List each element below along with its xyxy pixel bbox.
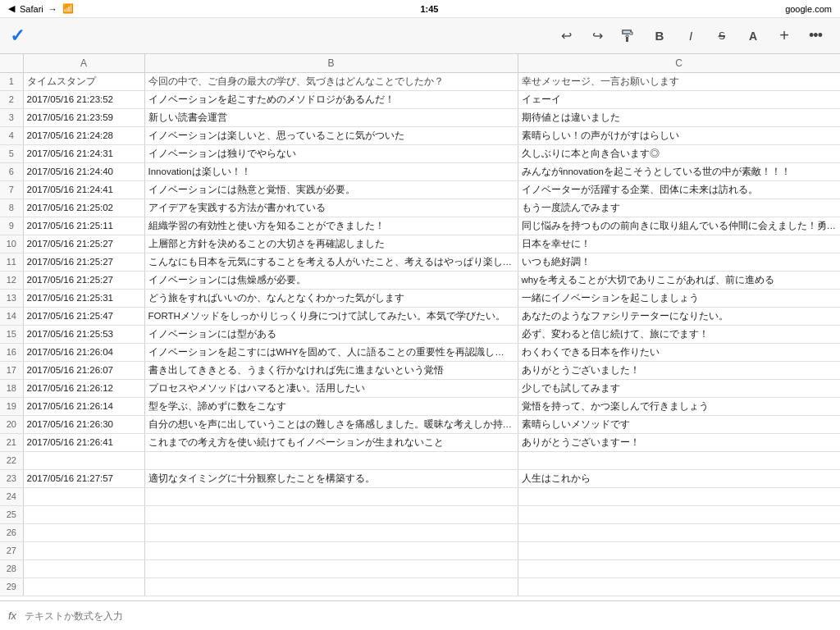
cell-b-18[interactable]: 型を学ぶ、諦めずに数をこなす [144,397,518,415]
cell-c-13[interactable]: あなたのようなファシリテーターになりたい。 [518,307,840,325]
undo-button[interactable]: ↩ [551,21,581,51]
cell-c-1[interactable]: イェーイ [518,90,840,108]
bold-button[interactable]: B [645,21,674,51]
cell-a-22[interactable]: 2017/05/16 21:27:57 [23,469,144,487]
cell-c-11[interactable]: whyを考えることが大切でありここがあれば、前に進める [518,271,840,289]
cell-c-19[interactable]: 素晴らしいメソッドです [518,415,840,433]
redo-button[interactable]: ↪ [582,21,612,51]
cell-a-11[interactable]: 2017/05/16 21:25:27 [23,271,144,289]
col-c-header[interactable]: C [518,54,840,72]
cell-c-17[interactable]: 少しでも試してみます [518,379,840,397]
cell-c-22[interactable]: 人生はこれから [518,469,840,487]
cell-a-24[interactable] [23,505,144,523]
cell-c-16[interactable]: ありがとうございました！ [518,361,840,379]
cell-b-8[interactable]: 組織学習の有効性と使い方を知ることができました！ [144,217,518,235]
cell-b-5[interactable]: Innovationは楽しい！！ [144,162,518,180]
cell-a-13[interactable]: 2017/05/16 21:25:47 [23,307,144,325]
cell-c-5[interactable]: みんながinnovationを起こそうとしている世の中が素敵！！！ [518,162,840,180]
cell-a-10[interactable]: 2017/05/16 21:25:27 [23,253,144,271]
cell-a-2[interactable]: 2017/05/16 21:23:59 [23,108,144,126]
cell-b-20[interactable]: これまでの考え方を使い続けてもイノベーションが生まれないこと [144,433,518,451]
cell-a-9[interactable]: 2017/05/16 21:25:27 [23,235,144,253]
cell-b-12[interactable]: どう旅をすればいいのか、なんとなくわかった気がします [144,289,518,307]
text-format-button[interactable]: A [738,21,768,51]
cell-c-6[interactable]: イノベーターが活躍する企業、団体に未来は訪れる。 [518,180,840,199]
cell-c-25[interactable] [518,523,840,541]
cell-a-17[interactable]: 2017/05/16 21:26:12 [23,379,144,397]
cell-a-8[interactable]: 2017/05/16 21:25:11 [23,217,144,235]
cell-b-15[interactable]: イノベーションを起こすにはWHYを固めて、人に語ることの重要性を再認識しました。 [144,343,518,361]
cell-b-17[interactable]: プロセスやメソッドはハマると凄い。活用したい [144,379,518,397]
italic-button[interactable]: I [676,21,705,51]
cell-a-5[interactable]: 2017/05/16 21:24:40 [23,162,144,180]
cell-b-24[interactable] [144,505,518,523]
cell-b-14[interactable]: イノベーションには型がある [144,325,518,343]
cell-c-15[interactable]: わくわくできる日本を作りたい [518,343,840,361]
cell-b-2[interactable]: 新しい読書会運営 [144,108,518,126]
formula-input[interactable] [25,610,832,622]
cell-a-27[interactable] [23,559,144,578]
cell-c-23[interactable] [518,487,840,505]
cell-b-28[interactable] [144,578,518,596]
cell-b-7[interactable]: アイデアを実践する方法が書かれている [144,199,518,217]
cell-c-24[interactable] [518,505,840,523]
cell-c-12[interactable]: 一緒にイノベーションを起こしましょう [518,289,840,307]
cell-c-10[interactable]: いつも絶好調！ [518,253,840,271]
col-b-header[interactable]: B [144,54,518,72]
paint-format-button[interactable] [614,21,643,51]
cell-b-27[interactable] [144,559,518,578]
cell-a-28[interactable] [23,578,144,596]
cell-a-25[interactable] [23,523,144,541]
cell-b-21[interactable] [144,451,518,469]
cell-a-12[interactable]: 2017/05/16 21:25:31 [23,289,144,307]
cell-b-25[interactable] [144,523,518,541]
cell-a-16[interactable]: 2017/05/16 21:26:07 [23,361,144,379]
cell-c-3[interactable]: 素晴らしい！の声がけがすはらしい [518,126,840,144]
cell-b-23[interactable] [144,487,518,505]
cell-c-27[interactable] [518,559,840,578]
sheet-wrapper[interactable]: A B C 1タイムスタンプ今回の中で、ご自身の最大の学び、気づきはどんなことで… [0,54,840,600]
cell-b-0[interactable]: 今回の中で、ご自身の最大の学び、気づきはどんなことでしたか？ [144,72,518,90]
cell-c-21[interactable] [518,451,840,469]
cell-b-19[interactable]: 自分の想いを声に出していうことはの難しさを痛感しました。暖昧な考えしか持っていな… [144,415,518,433]
cell-b-13[interactable]: FORTHメソッドをしっかりじっくり身につけて試してみたい。本気で学びたい。 [144,307,518,325]
cell-c-7[interactable]: もう一度読んでみます [518,199,840,217]
cell-a-21[interactable] [23,451,144,469]
cell-b-26[interactable] [144,541,518,559]
cell-c-8[interactable]: 同じ悩みを持つものの前向きに取り組んでいる仲間に会えました！勇気付けられました！… [518,217,840,235]
cell-c-18[interactable]: 覚悟を持って、かつ楽しんで行きましょう [518,397,840,415]
more-button[interactable]: ••• [801,21,830,51]
cell-a-6[interactable]: 2017/05/16 21:24:41 [23,180,144,199]
cell-a-20[interactable]: 2017/05/16 21:26:41 [23,433,144,451]
cell-a-26[interactable] [23,541,144,559]
cell-b-1[interactable]: イノベーションを起こすためのメソドロジがあるんだ！ [144,90,518,108]
cell-b-3[interactable]: イノベーションは楽しいと、思っていることに気がついた [144,126,518,144]
cell-a-18[interactable]: 2017/05/16 21:26:14 [23,397,144,415]
cell-c-20[interactable]: ありがとうございますー！ [518,433,840,451]
checkmark-button[interactable]: ✓ [10,25,25,47]
cell-b-16[interactable]: 書き出してききとる、うまく行かなければ先に進まないという覚悟 [144,361,518,379]
cell-b-6[interactable]: イノベーションには熱意と覚悟、実践が必要。 [144,180,518,199]
cell-c-4[interactable]: 久しぶりに本と向き合います◎ [518,144,840,162]
cell-a-14[interactable]: 2017/05/16 21:25:53 [23,325,144,343]
cell-c-26[interactable] [518,541,840,559]
cell-a-15[interactable]: 2017/05/16 21:26:04 [23,343,144,361]
cell-b-9[interactable]: 上層部と方針を決めることの大切さを再確認しました [144,235,518,253]
add-button[interactable]: + [769,21,799,51]
cell-a-4[interactable]: 2017/05/16 21:24:31 [23,144,144,162]
cell-c-14[interactable]: 必ず、変わると信じ続けて、旅にでます！ [518,325,840,343]
cell-b-22[interactable]: 適切なタイミングに十分観察したことを構築する。 [144,469,518,487]
cell-c-2[interactable]: 期待値とは違いました [518,108,840,126]
cell-c-28[interactable] [518,578,840,596]
cell-a-23[interactable] [23,487,144,505]
col-a-header[interactable]: A [23,54,144,72]
cell-a-0[interactable]: タイムスタンプ [23,72,144,90]
cell-b-10[interactable]: こんなにも日本を元気にすることを考える人がいたこと、考えるはやっぱり楽しい。 [144,253,518,271]
cell-b-11[interactable]: イノベーションには焦燥感が必要。 [144,271,518,289]
cell-a-3[interactable]: 2017/05/16 21:24:28 [23,126,144,144]
cell-a-7[interactable]: 2017/05/16 21:25:02 [23,199,144,217]
strikethrough-button[interactable]: S̶ [707,21,737,51]
cell-a-1[interactable]: 2017/05/16 21:23:52 [23,90,144,108]
cell-b-4[interactable]: イノベーションは独りでやらない [144,144,518,162]
cell-c-9[interactable]: 日本を幸せに！ [518,235,840,253]
